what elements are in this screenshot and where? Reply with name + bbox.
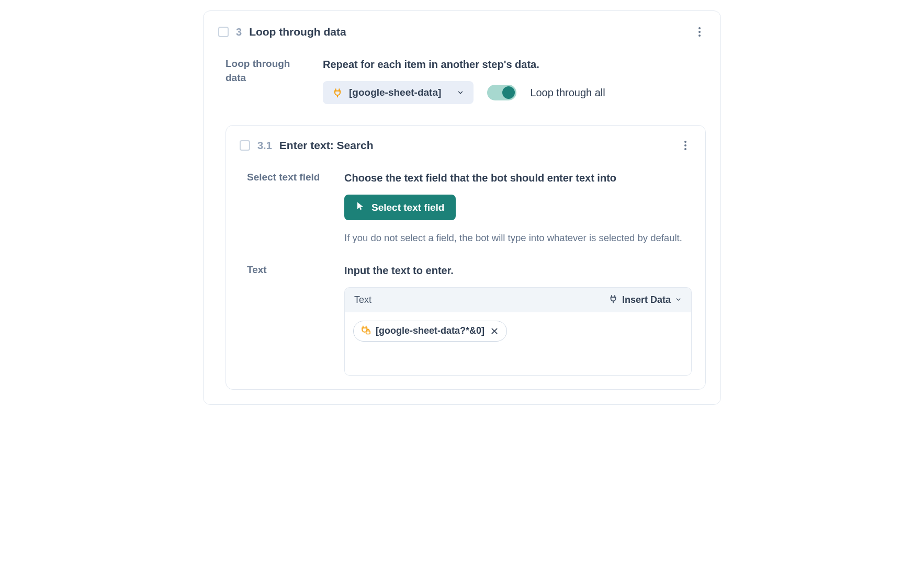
toggle-thumb [502, 86, 515, 99]
step-3-header-left: 3 Loop through data [218, 26, 346, 38]
text-heading: Input the text to enter. [344, 263, 692, 278]
select-text-field-label: Select text field [247, 171, 334, 245]
select-text-field-row: Select text field Choose the text field … [240, 171, 692, 245]
loop-through-all-toggle[interactable] [487, 85, 516, 100]
step-3-title: Loop through data [249, 26, 346, 38]
plug-icon [609, 294, 618, 306]
chevron-down-icon [457, 89, 464, 96]
step-3-1-number: 3.1 [257, 140, 272, 152]
more-icon[interactable] [679, 139, 692, 152]
select-text-field-content: Choose the text field that the bot shoul… [344, 171, 692, 245]
more-icon[interactable] [693, 26, 706, 38]
data-chip[interactable]: [google-sheet-data?*&0] [353, 321, 507, 342]
loop-source-select[interactable]: [google-sheet-data] [323, 81, 474, 104]
loop-controls: [google-sheet-data] Loop through all [323, 81, 706, 104]
text-input-panel-header: Text Insert Data [345, 288, 691, 312]
chevron-down-icon [675, 295, 682, 305]
text-input-panel-label: Text [354, 295, 371, 305]
step-3-1-header: 3.1 Enter text: Search [240, 139, 692, 152]
select-text-field-heading: Choose the text field that the bot shoul… [344, 171, 692, 185]
close-icon[interactable] [490, 326, 499, 336]
insert-data-button[interactable]: Insert Data [609, 294, 682, 306]
select-text-field-helper: If you do not select a field, the bot wi… [344, 231, 692, 245]
loop-toggle-label: Loop through all [530, 87, 605, 99]
text-label: Text [247, 263, 334, 376]
step-card-3: 3 Loop through data Loop through data Re… [203, 10, 721, 405]
select-text-field-button[interactable]: Select text field [344, 195, 456, 220]
text-content: Input the text to enter. Text [344, 263, 692, 376]
text-input-body[interactable]: [google-sheet-data?*&0] [345, 312, 691, 375]
loop-through-data-row: Loop through data Repeat for each item i… [218, 57, 706, 104]
plug-icon [332, 87, 343, 98]
step-3-1-checkbox[interactable] [240, 140, 250, 151]
step-3-header: 3 Loop through data [218, 26, 706, 38]
cursor-icon [356, 201, 365, 213]
loop-source-text: [google-sheet-data] [349, 87, 441, 98]
loop-heading: Repeat for each item in another step's d… [323, 57, 706, 72]
text-row: Text Input the text to enter. Text [240, 263, 692, 376]
plug-lock-icon [360, 325, 370, 337]
step-3-number: 3 [236, 26, 242, 38]
select-text-field-button-label: Select text field [371, 202, 444, 213]
svg-rect-0 [366, 331, 370, 334]
text-input-panel: Text Insert Data [344, 287, 692, 376]
step-3-checkbox[interactable] [218, 27, 229, 37]
step-3-1-title: Enter text: Search [279, 139, 374, 152]
step-3-1-header-left: 3.1 Enter text: Search [240, 139, 374, 152]
chip-text: [google-sheet-data?*&0] [376, 325, 484, 336]
loop-label: Loop through data [226, 57, 312, 104]
loop-content: Repeat for each item in another step's d… [323, 57, 706, 104]
step-card-3-1: 3.1 Enter text: Search Select text field… [226, 125, 706, 390]
insert-data-label: Insert Data [622, 295, 671, 305]
